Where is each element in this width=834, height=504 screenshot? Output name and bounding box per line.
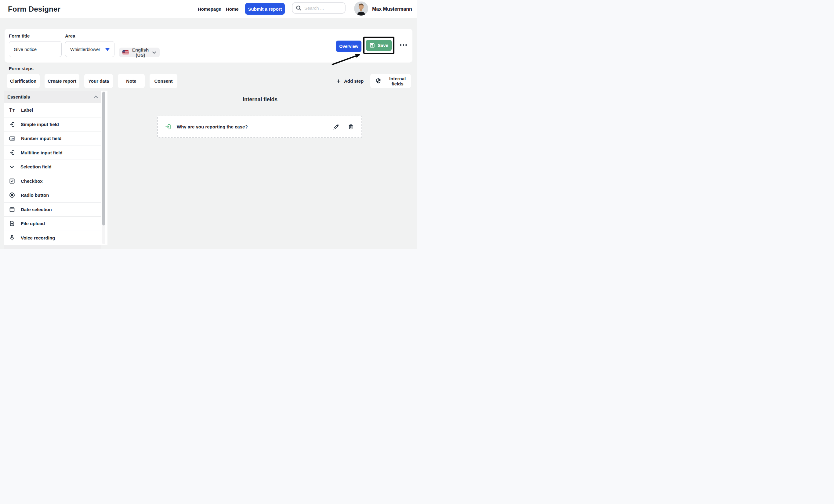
add-step-button[interactable]: Add step	[336, 74, 364, 88]
internal-field-item[interactable]: Why are you reporting the case?	[158, 116, 361, 137]
sidebar-item-selection-field[interactable]: Selection field	[4, 160, 101, 174]
sidebar-item-date-selection[interactable]: Date selection	[4, 202, 101, 216]
shield-icon	[375, 78, 381, 84]
form-meta-card: Form title Area Whistlerblower	[5, 29, 412, 63]
sidebar-item-number-input-field[interactable]: 123 Number input field	[4, 131, 101, 145]
search-box[interactable]	[292, 2, 346, 14]
component-sidebar: Essentials T T Label Simple input field	[4, 91, 107, 245]
area-select-value: Whistlerblower	[70, 47, 100, 52]
sidebar-section-essentials[interactable]: Essentials	[4, 91, 101, 103]
us-flag-icon	[123, 50, 129, 55]
nav-link-home[interactable]: Home	[226, 0, 239, 18]
add-step-label: Add step	[344, 78, 364, 84]
radio-icon	[9, 192, 15, 198]
sidebar-item-radio-button[interactable]: Radio button	[4, 188, 101, 202]
sidebar-item-voice-recording[interactable]: Voice recording	[4, 231, 101, 245]
internal-fields-button[interactable]: Internal fields	[370, 74, 411, 88]
annotation-highlight-box: Save	[363, 37, 394, 54]
form-step-create-report[interactable]: Create report	[45, 74, 79, 88]
form-step-clarification[interactable]: Clarification	[7, 74, 40, 88]
calendar-icon	[9, 206, 15, 213]
search-input[interactable]	[304, 5, 338, 11]
checkbox-icon	[9, 178, 15, 184]
internal-field-dropzone: Why are you reporting the case?	[157, 116, 362, 138]
nav-link-homepage[interactable]: Homepage	[198, 0, 221, 18]
language-selector-value: English (US)	[132, 47, 149, 58]
sidebar-item-file-upload[interactable]: File upload	[4, 216, 101, 231]
form-designer-app: Form Designer Homepage Home Submit a rep…	[0, 0, 417, 252]
user-name: Max Mustermann	[372, 0, 412, 18]
number-123-icon: 123	[9, 135, 16, 142]
sidebar-component-list: T T Label Simple input field 123 Number …	[4, 103, 101, 245]
overview-button[interactable]: Overview	[336, 41, 361, 52]
save-disk-icon	[369, 42, 375, 48]
form-steps-label: Form steps	[9, 66, 34, 71]
chevron-up-icon	[93, 95, 98, 98]
sidebar-next-section-partial	[4, 245, 101, 249]
internal-fields-heading: Internal fields	[107, 96, 413, 103]
submit-report-button[interactable]: Submit a report	[245, 3, 285, 15]
sidebar-item-checkbox[interactable]: Checkbox	[4, 174, 101, 188]
chevron-down-icon	[9, 164, 15, 170]
svg-text:T: T	[9, 107, 12, 113]
form-step-note[interactable]: Note	[118, 74, 145, 88]
input-icon	[164, 123, 172, 130]
form-step-consent[interactable]: Consent	[150, 74, 177, 88]
internal-field-label: Why are you reporting the case?	[177, 124, 248, 129]
sidebar-item-simple-input-field[interactable]: Simple input field	[4, 117, 101, 132]
chevron-down-icon	[152, 51, 156, 54]
search-icon	[295, 5, 302, 11]
file-upload-icon	[9, 220, 15, 227]
language-selector[interactable]: English (US)	[119, 48, 160, 58]
more-options-button[interactable]	[400, 43, 409, 46]
sidebar-section-title: Essentials	[7, 94, 30, 99]
caret-down-icon	[105, 48, 110, 51]
input-icon	[9, 150, 15, 156]
sidebar-scrollbar-thumb[interactable]	[102, 92, 105, 226]
area-label: Area	[65, 33, 75, 39]
app-header: Form Designer Homepage Home Submit a rep…	[0, 0, 417, 18]
plus-icon	[336, 78, 341, 84]
sidebar-item-label[interactable]: T T Label	[4, 103, 101, 117]
page-title: Form Designer	[8, 0, 61, 18]
avatar[interactable]	[354, 2, 368, 16]
pencil-icon	[333, 123, 339, 130]
svg-text:123: 123	[10, 138, 14, 140]
text-format-icon: T T	[9, 107, 16, 113]
delete-field-button[interactable]	[347, 123, 355, 131]
trash-icon	[348, 123, 354, 130]
save-button-label: Save	[378, 43, 388, 48]
form-title-input[interactable]	[9, 41, 62, 57]
save-button[interactable]: Save	[366, 40, 392, 51]
input-icon	[9, 121, 15, 128]
svg-text:T: T	[13, 109, 15, 112]
sidebar-item-multiline-input-field[interactable]: Multiline input field	[4, 145, 101, 160]
form-step-your-data[interactable]: Your data	[84, 74, 113, 88]
area-select[interactable]: Whistlerblower	[65, 41, 114, 57]
edit-field-button[interactable]	[332, 123, 340, 131]
form-title-label: Form title	[9, 33, 29, 39]
internal-fields-button-label: Internal fields	[384, 76, 411, 86]
microphone-icon	[9, 235, 15, 241]
